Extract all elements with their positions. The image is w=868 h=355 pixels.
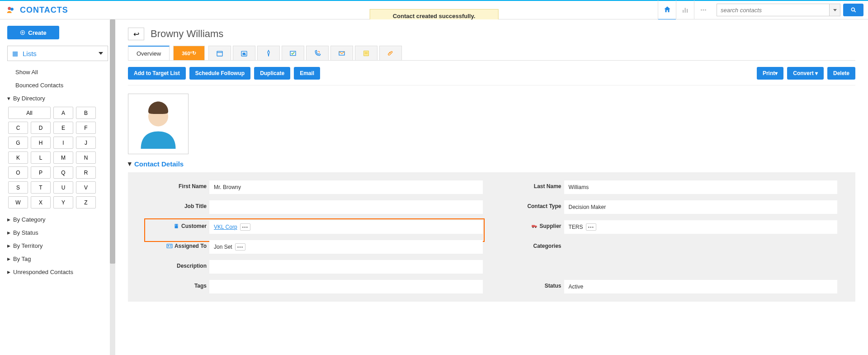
email-button[interactable]: Email: [294, 67, 320, 80]
caret-down-icon: ▾: [775, 70, 778, 76]
svg-point-0: [8, 7, 11, 10]
tab-pin-icon[interactable]: [257, 46, 280, 60]
dir-letter-X[interactable]: X: [31, 196, 51, 208]
section-contact-details[interactable]: Contact Details: [128, 160, 855, 168]
dir-letter-A[interactable]: A: [53, 107, 73, 119]
dir-letter-I[interactable]: I: [53, 137, 73, 149]
value-job-title[interactable]: [209, 200, 483, 214]
dir-letter-Q[interactable]: Q: [53, 166, 73, 179]
dir-letter-R[interactable]: R: [76, 166, 96, 179]
value-supplier[interactable]: TERS •••: [564, 220, 838, 234]
home-icon[interactable]: [658, 0, 676, 20]
more-icon[interactable]: [694, 0, 712, 20]
svg-rect-25: [177, 225, 177, 225]
dir-letter-W[interactable]: W: [8, 196, 28, 208]
label-customer: Customer: [146, 220, 209, 229]
tab-note-icon[interactable]: [355, 46, 377, 60]
dir-letter-E[interactable]: E: [53, 122, 73, 134]
svg-rect-27: [177, 226, 177, 226]
tab-date-icon[interactable]: 31: [233, 46, 255, 60]
sidebar-group-directory[interactable]: By Directory: [7, 92, 108, 105]
value-tags[interactable]: [209, 280, 483, 293]
back-button[interactable]: ↩: [128, 28, 144, 40]
tab-mail-icon[interactable]: [330, 46, 353, 60]
customer-link[interactable]: VKL Corp: [214, 224, 237, 230]
svg-rect-23: [175, 224, 178, 228]
dir-letter-K[interactable]: K: [8, 151, 28, 164]
value-status[interactable]: Active: [564, 280, 838, 293]
value-first-name[interactable]: Mr. Browny: [209, 180, 483, 194]
label-status: Status: [501, 280, 564, 289]
directory-grid: All A B C D E F G H I J K L M N O P Q R …: [8, 107, 108, 208]
label-contact-type: Contact Type: [501, 200, 564, 209]
print-button[interactable]: Print▾: [757, 67, 783, 80]
search-dropdown-icon[interactable]: [830, 4, 840, 16]
schedule-followup-button[interactable]: Schedule Followup: [189, 67, 250, 80]
value-last-name[interactable]: Williams: [564, 180, 838, 194]
assigned-more-icon[interactable]: •••: [235, 243, 246, 251]
value-customer[interactable]: VKL Corp •••: [209, 220, 483, 234]
label-supplier: Supplier: [501, 220, 564, 229]
dir-letter-Y[interactable]: Y: [53, 196, 73, 208]
svg-point-1: [10, 8, 14, 11]
sidebar-group-territory[interactable]: By Territory: [7, 239, 108, 252]
sidebar-group-tag[interactable]: By Tag: [7, 252, 108, 265]
tab-check-icon[interactable]: [282, 46, 304, 60]
convert-button[interactable]: Convert ▾: [787, 67, 824, 80]
tab-overview[interactable]: Overview: [128, 46, 170, 60]
dir-letter-H[interactable]: H: [31, 137, 51, 149]
chart-icon[interactable]: [676, 0, 694, 20]
dir-letter-P[interactable]: P: [31, 166, 51, 179]
dir-letter-N[interactable]: N: [76, 151, 96, 164]
label-job-title: Job Title: [146, 200, 209, 209]
dir-letter-G[interactable]: G: [8, 137, 28, 149]
tab-calendar-icon[interactable]: [208, 46, 231, 60]
contact-avatar[interactable]: [128, 94, 189, 154]
value-description[interactable]: [209, 260, 483, 274]
dir-letter-T[interactable]: T: [31, 181, 51, 194]
dir-letter-C[interactable]: C: [8, 122, 28, 134]
value-contact-type[interactable]: Decision Maker: [564, 200, 838, 214]
create-label: Create: [28, 29, 46, 36]
lists-dropdown[interactable]: ▦ Lists: [7, 46, 108, 61]
svg-line-9: [854, 11, 855, 12]
page-title: Browny Williams: [151, 28, 223, 40]
sidebar-group-status[interactable]: By Status: [7, 226, 108, 239]
dir-letter-V[interactable]: V: [76, 181, 96, 194]
create-button[interactable]: Create: [7, 26, 59, 39]
sidebar-group-category[interactable]: By Category: [7, 213, 108, 226]
supplier-more-icon[interactable]: •••: [586, 223, 597, 231]
tab-phone-icon[interactable]: [306, 46, 329, 60]
tab-attach-icon[interactable]: [379, 46, 402, 60]
duplicate-button[interactable]: Duplicate: [254, 67, 290, 80]
sidebar-scrollbar[interactable]: [110, 19, 115, 355]
dir-letter-B[interactable]: B: [76, 107, 96, 119]
dir-letter-O[interactable]: O: [8, 166, 28, 179]
add-to-target-button[interactable]: Add to Target List: [128, 67, 186, 80]
dir-letter-F[interactable]: F: [76, 122, 96, 134]
tab-360[interactable]: 360°↻: [173, 46, 205, 60]
dir-letter-Z[interactable]: Z: [76, 196, 96, 208]
value-assigned-to[interactable]: Jon Set •••: [209, 240, 483, 254]
sidebar-group-unresponded[interactable]: Unresponded Contacts: [7, 265, 108, 279]
dir-letter-S[interactable]: S: [8, 181, 28, 194]
dir-letter-J[interactable]: J: [76, 137, 96, 149]
svg-rect-24: [175, 225, 176, 225]
search-input[interactable]: [717, 4, 830, 16]
svg-point-8: [851, 8, 854, 11]
value-categories[interactable]: [564, 240, 838, 254]
search-button[interactable]: [843, 4, 863, 16]
dir-letter-U[interactable]: U: [53, 181, 73, 194]
dir-all-button[interactable]: All: [8, 107, 51, 119]
avatar-icon: [133, 99, 183, 149]
lists-label: Lists: [23, 50, 37, 57]
dir-letter-M[interactable]: M: [53, 151, 73, 164]
sidebar-item-show-all[interactable]: Show All: [7, 66, 108, 79]
dir-letter-L[interactable]: L: [31, 151, 51, 164]
customer-more-icon[interactable]: •••: [240, 223, 251, 231]
label-description: Description: [146, 260, 209, 269]
main-content: ↩ Browny Williams Overview 360°↻ 31 Add …: [115, 19, 868, 355]
dir-letter-D[interactable]: D: [31, 122, 51, 134]
sidebar-item-bounced[interactable]: Bounced Contacts: [7, 79, 108, 92]
delete-button[interactable]: Delete: [827, 67, 855, 80]
